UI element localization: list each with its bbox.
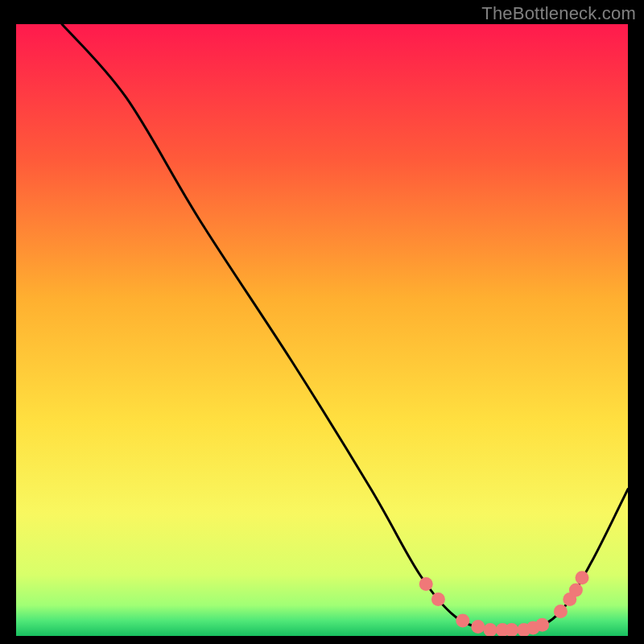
highlight-marker xyxy=(535,618,549,632)
attribution-text: TheBottleneck.com xyxy=(481,3,636,24)
highlight-marker xyxy=(419,577,433,591)
plot-area xyxy=(16,24,628,636)
highlight-marker xyxy=(576,571,589,584)
highlight-marker xyxy=(456,614,469,628)
chart-svg xyxy=(16,24,628,636)
gradient-background xyxy=(16,24,628,636)
chart-container: TheBottleneck.com xyxy=(0,0,644,644)
highlight-marker xyxy=(471,620,485,634)
highlight-marker xyxy=(569,584,583,597)
highlight-marker xyxy=(554,605,568,618)
highlight-marker xyxy=(431,592,445,606)
